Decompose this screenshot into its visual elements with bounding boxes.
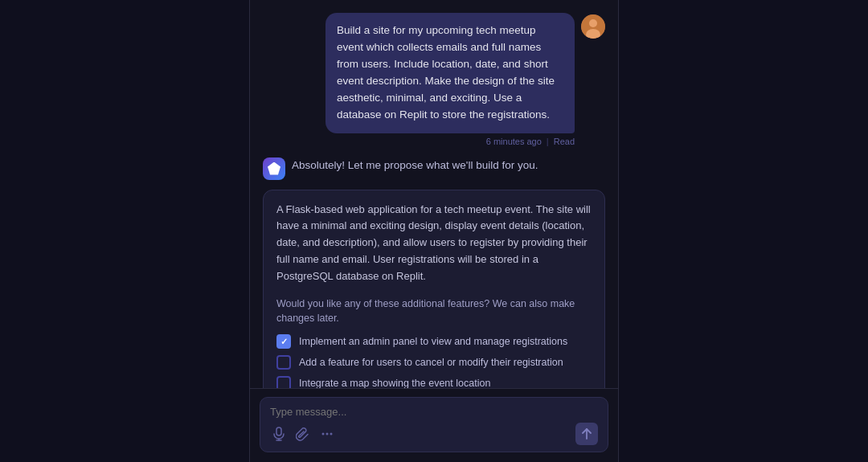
message-meta: 6 minutes ago | Read [326,137,575,146]
svg-rect-4 [276,427,281,435]
feature-label-2: Add a feature for users to cancel or mod… [299,357,563,368]
more-options-button[interactable] [318,425,336,443]
avatar [581,14,605,39]
plan-card: A Flask-based web application for a tech… [263,190,605,388]
message-input[interactable] [270,406,598,418]
mic-icon [272,427,286,441]
svg-point-9 [330,433,333,435]
feature-item-2: Add a feature for users to cancel or mod… [276,355,592,370]
feature-checkbox-1[interactable] [276,334,291,349]
features-header: Would you like any of these additional f… [276,296,592,327]
svg-point-8 [326,433,329,435]
meta-divider: | [547,137,549,146]
user-message-row: Build a site for my upcoming tech meetup… [263,13,605,146]
input-area [250,388,618,462]
bot-avatar [263,157,285,180]
user-message-text: Build a site for my upcoming tech meetup… [337,24,555,121]
svg-point-1 [589,19,597,27]
message-timestamp: 6 minutes ago [486,137,542,146]
feature-checkbox-2[interactable] [276,355,291,370]
feature-checkbox-3[interactable] [276,376,291,388]
svg-point-7 [322,433,325,435]
bot-intro-row: Absolutely! Let me propose what we'll bu… [263,156,605,180]
mic-button[interactable] [270,425,288,443]
user-avatar-image [581,14,605,39]
feature-item-1: Implement an admin panel to view and man… [276,334,592,349]
messages-area: Build a site for my upcoming tech meetup… [250,0,618,388]
feature-item-3: Integrate a map showing the event locati… [276,376,592,388]
send-icon [581,428,592,440]
chat-container: Build a site for my upcoming tech meetup… [249,0,619,462]
feature-label-3: Integrate a map showing the event locati… [299,378,490,388]
background-right [619,0,868,462]
background-left [0,0,249,462]
user-message-bubble: Build a site for my upcoming tech meetup… [326,13,575,146]
feature-label-1: Implement an admin panel to view and man… [299,336,567,347]
message-read-label: Read [554,137,575,146]
attach-icon [296,427,310,441]
more-icon [320,427,334,441]
bot-avatar-icon [268,162,280,175]
plan-description: A Flask-based web application for a tech… [276,202,592,285]
bot-intro-text: Absolutely! Let me propose what we'll bu… [292,156,538,171]
attach-button[interactable] [294,425,312,443]
input-box [260,397,608,452]
send-button[interactable] [575,423,598,445]
input-toolbar [270,423,598,445]
input-icon-group [270,425,336,443]
feature-list: Implement an admin panel to view and man… [276,334,592,388]
user-bubble: Build a site for my upcoming tech meetup… [326,13,575,133]
